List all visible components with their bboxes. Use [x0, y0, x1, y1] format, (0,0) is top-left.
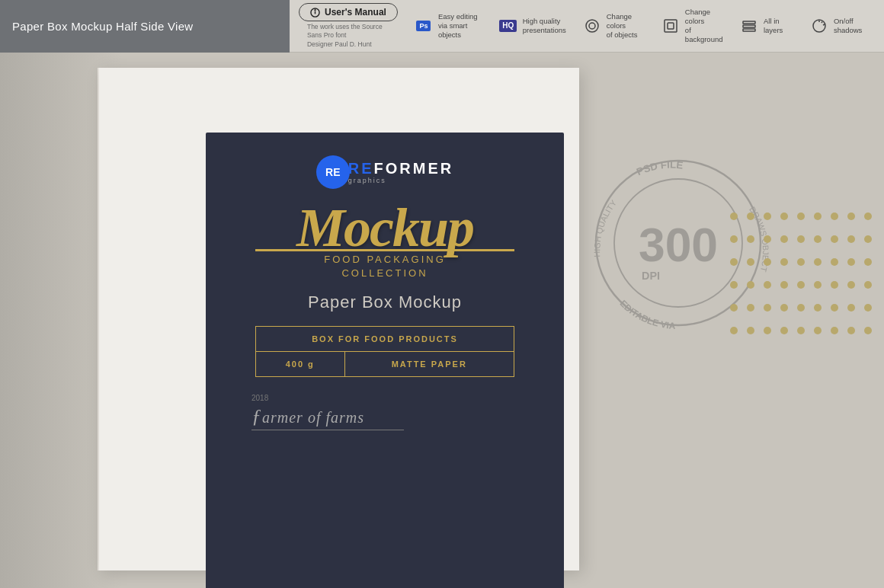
dot: [864, 327, 872, 334]
logo-name: REFORMER: [348, 161, 453, 176]
svg-rect-5: [665, 20, 677, 32]
dot: [747, 327, 754, 334]
dot: [814, 304, 822, 312]
dot: [797, 304, 805, 312]
dot: [747, 213, 754, 220]
dot: [780, 258, 788, 266]
feature-high-quality: HQ High quality presentations: [498, 17, 566, 35]
feature-easy-editing: Ps Easy editing via smart objects: [413, 12, 482, 40]
feature-all-in-layers: All in layers: [738, 17, 793, 35]
feature-on-off-shadows: On/off shadows: [809, 17, 875, 35]
dot: [730, 327, 738, 334]
dot: [814, 258, 822, 266]
year-signature-area: 2018 ƒarmer of farms: [229, 394, 541, 430]
dot: [780, 327, 788, 334]
dot: [814, 235, 822, 243]
spec-weight: 400 g: [256, 352, 345, 377]
dot: [730, 258, 738, 266]
svg-text:300: 300: [639, 219, 718, 271]
svg-text:DPI: DPI: [642, 270, 660, 282]
dot: [747, 258, 754, 266]
dot: [764, 235, 771, 243]
dot: [747, 235, 754, 243]
toolbar-area: User's Manual The work uses the Source S…: [290, 3, 884, 48]
dot: [797, 213, 805, 220]
dot: [831, 213, 838, 220]
signature-underline: [251, 430, 404, 430]
dot: [814, 281, 822, 289]
dot: [814, 213, 822, 220]
dot: [780, 213, 788, 220]
svg-text:PSD FILE: PSD FILE: [635, 159, 684, 178]
dot-grid: [725, 205, 876, 342]
svg-point-3: [586, 20, 598, 32]
dot: [797, 235, 805, 243]
specs-table: BOX FOR FOOD PRODUCTS 400 g MATTE PAPER: [255, 326, 514, 377]
mockup-underline: [255, 249, 514, 251]
dot: [780, 235, 788, 243]
collection-label: FOOD PACKAGING COLLECTION: [324, 253, 446, 280]
logo-subtext: graphics: [348, 177, 453, 184]
mockup-script-title: Mockup: [296, 200, 473, 255]
dot: [764, 304, 771, 312]
title-area: Paper Box Mockup Half Side View: [0, 0, 290, 53]
dot: [847, 235, 855, 243]
dot: [847, 213, 855, 220]
dot: [864, 213, 872, 220]
main-content: RE REFORMER graphics Mockup FOOD PACKAGI…: [0, 53, 884, 588]
dot: [864, 281, 872, 289]
dot: [764, 258, 771, 266]
dot: [780, 281, 788, 289]
svg-rect-7: [743, 21, 755, 24]
dot: [831, 281, 838, 289]
svg-text:EDITABLE VIA: EDITABLE VIA: [618, 298, 677, 331]
dot: [831, 327, 838, 334]
svg-point-4: [589, 23, 595, 29]
feature-change-colors-bg: Change colors of background: [660, 8, 723, 44]
dot: [747, 304, 754, 312]
dot: [747, 281, 754, 289]
svg-line-12: [822, 21, 822, 23]
logo-text-area: REFORMER graphics: [348, 161, 453, 184]
dot: [764, 281, 771, 289]
svg-line-13: [823, 24, 825, 25]
top-bar: Paper Box Mockup Half Side View User's M…: [0, 0, 884, 53]
dot: [847, 327, 855, 334]
logo-circle: RE: [316, 155, 350, 189]
svg-rect-6: [668, 23, 674, 29]
year-text: 2018: [251, 394, 268, 402]
svg-point-2: [315, 10, 315, 11]
mockup-card: RE REFORMER graphics Mockup FOOD PACKAGI…: [206, 133, 564, 588]
dot: [864, 235, 872, 243]
dot: [831, 235, 838, 243]
svg-rect-9: [743, 29, 755, 31]
dot: [847, 281, 855, 289]
dot: [797, 258, 805, 266]
dot: [730, 235, 738, 243]
spec-row-type: BOX FOR FOOD PRODUCTS: [256, 327, 514, 352]
svg-rect-8: [743, 25, 755, 27]
dot: [797, 327, 805, 334]
page-title: Paper Box Mockup Half Side View: [12, 20, 193, 33]
dot: [831, 304, 838, 312]
dot: [764, 327, 771, 334]
spec-material: MATTE PAPER: [344, 352, 514, 377]
feature-change-colors-objects: Change colors of objects: [581, 12, 645, 40]
signature: ƒarmer of farms: [251, 405, 364, 428]
dot: [780, 304, 788, 312]
paper-box-subtitle: Paper Box Mockup: [308, 292, 462, 312]
dot: [847, 258, 855, 266]
dot: [831, 258, 838, 266]
dot: [730, 213, 738, 220]
dot: [814, 327, 822, 334]
dot: [730, 304, 738, 312]
logo-area: RE REFORMER graphics: [316, 155, 453, 189]
dot: [847, 304, 855, 312]
dot: [764, 213, 771, 220]
users-manual-button[interactable]: User's Manual: [299, 3, 398, 21]
manual-subtext: The work uses the Source Sans Pro font D…: [307, 23, 391, 48]
dot: [730, 281, 738, 289]
dot: [864, 304, 872, 312]
dot: [864, 258, 872, 266]
dot: [797, 281, 805, 289]
